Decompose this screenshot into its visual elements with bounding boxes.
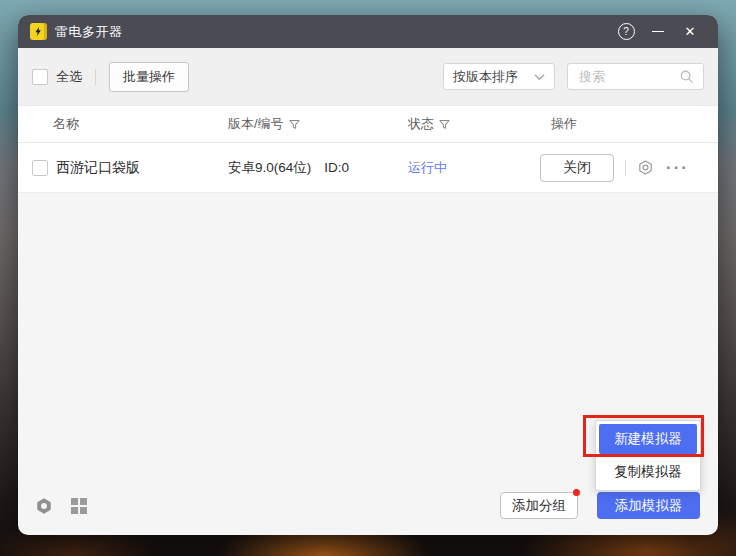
stop-emulator-button[interactable]: 关闭 (540, 154, 614, 182)
search-icon (679, 69, 694, 84)
close-button[interactable]: ✕ (674, 15, 706, 48)
status-badge: 运行中 (408, 159, 447, 177)
column-header-version: 版本/编号 (228, 115, 300, 133)
select-all-label: 全选 (56, 68, 82, 86)
menu-item-copy-emulator[interactable]: 复制模拟器 (599, 457, 697, 487)
footer-icons (34, 495, 88, 517)
help-button[interactable]: ? (610, 15, 642, 48)
row-checkbox[interactable] (32, 160, 48, 176)
emulator-name: 西游记口袋版 (56, 159, 140, 177)
grid-view-icon[interactable] (70, 497, 88, 515)
sort-dropdown-value: 按版本排序 (453, 68, 518, 86)
notification-dot (573, 489, 580, 496)
row-operations: 关闭 ··· (540, 154, 689, 182)
settings-gear-icon[interactable] (34, 496, 54, 516)
filter-icon[interactable] (439, 119, 450, 130)
app-window: 雷电多开器 ? ✕ 全选 批量操作 按版本排序 (18, 15, 718, 535)
table-header: 名称 版本/编号 状态 操作 (18, 105, 718, 143)
search-box (567, 63, 704, 90)
table-row: 西游记口袋版 安卓9.0(64位)ID:0 运行中 关闭 ··· (18, 143, 718, 193)
minimize-icon (652, 31, 664, 33)
ops-divider (625, 160, 626, 176)
toolbar-right: 按版本排序 (443, 63, 704, 90)
help-icon: ? (618, 23, 635, 40)
titlebar: 雷电多开器 ? ✕ (18, 15, 718, 48)
sort-dropdown[interactable]: 按版本排序 (443, 63, 555, 90)
select-all-checkbox[interactable] (32, 69, 48, 85)
batch-operations-button[interactable]: 批量操作 (109, 62, 189, 92)
close-icon: ✕ (685, 25, 696, 38)
column-header-actions: 操作 (551, 115, 577, 133)
chevron-down-icon (534, 73, 545, 81)
menu-item-new-emulator[interactable]: 新建模拟器 (599, 424, 697, 454)
column-header-status: 状态 (408, 115, 450, 133)
window-title: 雷电多开器 (55, 23, 123, 41)
more-options-icon[interactable]: ··· (666, 163, 689, 173)
filter-icon[interactable] (289, 119, 300, 130)
emulator-version: 安卓9.0(64位)ID:0 (228, 159, 349, 177)
toolbar: 全选 批量操作 按版本排序 (18, 48, 718, 105)
add-emulator-popup-menu: 新建模拟器 复制模拟器 (595, 420, 701, 491)
app-logo-icon (30, 23, 47, 40)
toolbar-divider (95, 69, 96, 85)
add-emulator-button[interactable]: 添加模拟器 (597, 492, 700, 519)
column-header-name: 名称 (53, 115, 79, 133)
settings-gear-icon[interactable] (637, 159, 654, 176)
minimize-button[interactable] (642, 15, 674, 48)
add-group-button[interactable]: 添加分组 (500, 492, 578, 519)
emulator-id: ID:0 (324, 160, 349, 175)
search-input[interactable] (577, 68, 679, 85)
titlebar-buttons: ? ✕ (610, 15, 706, 48)
